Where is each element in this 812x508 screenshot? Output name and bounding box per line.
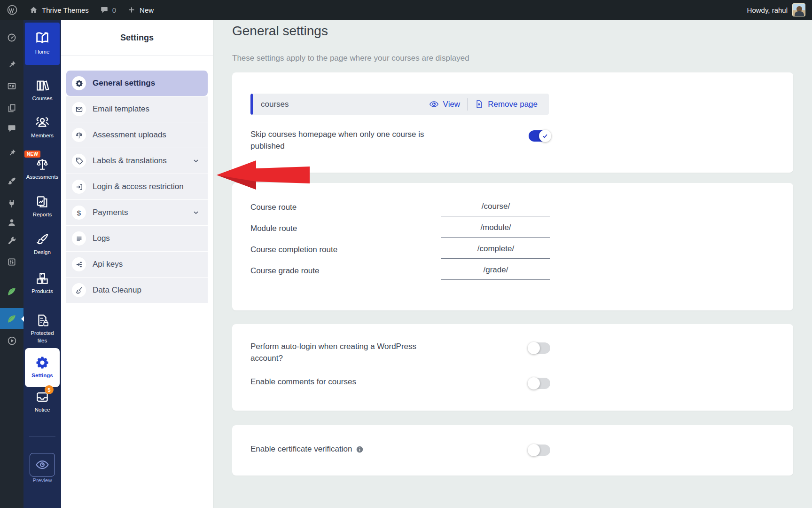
panel-title: Settings — [61, 20, 213, 43]
check-icon — [541, 132, 549, 140]
wp-menu-posts[interactable] — [0, 55, 23, 74]
book-logo-icon — [25, 30, 60, 46]
sidebar-item-label: Reports — [23, 211, 61, 219]
gear-icon — [72, 76, 86, 90]
inbox-icon — [23, 390, 61, 404]
dollar-icon: $ — [72, 206, 86, 220]
sidebar-item-members[interactable]: Members — [23, 115, 61, 140]
settings-nav-general-settings[interactable]: General settings — [66, 71, 208, 96]
course-route-input[interactable]: /course/ — [441, 202, 550, 216]
api-nodes-icon — [72, 257, 86, 271]
route-row: Module route /module/ — [250, 223, 550, 238]
sidebar-item-label: Members — [23, 132, 61, 140]
sidebar-item-assessments[interactable]: NEW Assessments — [23, 157, 61, 181]
wp-menu-pages[interactable] — [0, 99, 23, 118]
grade-route-input[interactable]: /grade/ — [441, 265, 550, 280]
active-menu-notch — [21, 316, 24, 322]
comment-count: 0 — [112, 6, 116, 14]
play-icon — [7, 336, 17, 346]
sidebar-item-label: Courses — [23, 95, 61, 103]
account-greeting[interactable]: Howdy, rahul — [747, 6, 788, 14]
sidebar-item-notice[interactable]: 5 Notice — [23, 390, 61, 414]
wp-menu-video[interactable] — [0, 331, 23, 350]
wp-menu-projects[interactable] — [0, 143, 23, 162]
sidebar-item-products[interactable]: Products — [23, 271, 61, 295]
brush-icon — [7, 176, 16, 186]
auto-login-toggle[interactable] — [529, 342, 550, 354]
settings-nav-labels-translations[interactable]: Labels & translations — [66, 148, 208, 174]
wp-menu-media[interactable] — [0, 77, 23, 95]
auto-login-label: Perform auto-login when creating a WordP… — [250, 341, 438, 364]
module-route-input[interactable]: /module/ — [441, 223, 550, 238]
sidebar-item-settings[interactable]: Settings — [25, 348, 60, 387]
plus-icon — [127, 6, 136, 14]
settings-nav-email-templates[interactable]: Email templates — [66, 96, 208, 122]
info-icon[interactable] — [356, 445, 364, 453]
sidebar-item-label: Design — [23, 249, 61, 256]
wp-menu-comments[interactable] — [0, 119, 23, 138]
wp-menu-appearance[interactable] — [0, 172, 23, 190]
site-menu[interactable]: Thrive Themes — [29, 6, 89, 15]
file-remove-icon — [475, 100, 484, 109]
toggle-knob — [528, 377, 540, 389]
comments-label: Enable comments for courses — [250, 376, 356, 389]
sidebar-item-label: Protected files — [23, 330, 61, 344]
leaf-icon — [7, 314, 17, 324]
wp-menu-users[interactable] — [0, 213, 23, 232]
user-avatar[interactable] — [792, 3, 805, 16]
view-button[interactable]: View — [429, 99, 461, 109]
wp-menu-settings[interactable] — [0, 253, 23, 271]
scales-icon — [72, 128, 86, 142]
settings-nav-data-cleanup[interactable]: Data Cleanup — [66, 278, 208, 303]
settings-nav-logs[interactable]: Logs — [66, 226, 208, 251]
site-name: Thrive Themes — [42, 6, 89, 14]
certificate-label: Enable certificate verification — [250, 444, 352, 455]
sidebar-item-label: Settings — [25, 372, 60, 380]
wordpress-logo-icon[interactable] — [7, 4, 18, 16]
sidebar-item-protected-files[interactable]: Protected files — [23, 313, 61, 344]
pages-icon — [7, 103, 16, 113]
wp-admin-bar: Thrive Themes 0 New Howdy, rahul — [0, 0, 812, 20]
certificate-toggle[interactable] — [529, 444, 550, 456]
settings-nav-api-keys[interactable]: Api keys — [66, 252, 208, 277]
comments-menu[interactable]: 0 — [100, 6, 116, 14]
wp-admin-sidebar — [0, 20, 23, 508]
sidebar-item-design[interactable]: Design — [23, 232, 61, 256]
settings-nav-assessment-uploads[interactable]: Assessment uploads — [66, 122, 208, 148]
login-icon — [72, 180, 86, 194]
completion-route-input[interactable]: /complete/ — [441, 244, 550, 259]
wp-menu-thrive-dashboard[interactable] — [0, 282, 23, 301]
members-icon — [23, 115, 61, 130]
sidebar-item-courses[interactable]: Courses — [23, 79, 61, 103]
comments-toggle[interactable] — [529, 378, 550, 389]
new-menu[interactable]: New — [127, 6, 154, 14]
page-title: General settings — [232, 24, 328, 39]
wp-menu-thrive-apprentice[interactable] — [0, 308, 23, 329]
wp-menu-tools[interactable] — [0, 231, 23, 250]
sliders-icon — [7, 257, 16, 267]
settings-nav-payments[interactable]: $ Payments — [66, 200, 208, 225]
red-annotation-arrow — [216, 160, 311, 190]
sidebar-item-home[interactable]: Home — [25, 23, 60, 65]
sidebar-divider — [29, 436, 55, 437]
chevron-down-icon — [192, 157, 200, 165]
eye-icon — [35, 458, 49, 472]
routes-card: Course route /course/ Module route /modu… — [232, 183, 793, 310]
remove-page-button[interactable]: Remove page — [475, 100, 538, 109]
sidebar-item-label: Home — [25, 48, 60, 56]
skip-homepage-toggle[interactable] — [529, 130, 550, 142]
settings-nav-login-access[interactable]: Login & access restriction — [66, 174, 208, 199]
pushpin-icon — [7, 148, 16, 158]
preview-button[interactable] — [30, 453, 55, 476]
chevron-down-icon — [192, 208, 200, 217]
sidebar-item-label: Products — [23, 288, 61, 295]
comments-row: Enable comments for courses — [250, 376, 550, 389]
new-label: New — [140, 6, 154, 14]
wp-menu-plugins[interactable] — [0, 194, 23, 213]
account-options-card: Perform auto-login when creating a WordP… — [232, 324, 793, 411]
page-subtitle: These settings apply to the page where y… — [232, 54, 469, 63]
new-badge: NEW — [24, 151, 40, 158]
gear-icon — [25, 356, 60, 370]
sidebar-item-reports[interactable]: Reports — [23, 195, 61, 219]
wp-menu-dashboard[interactable] — [0, 28, 23, 47]
